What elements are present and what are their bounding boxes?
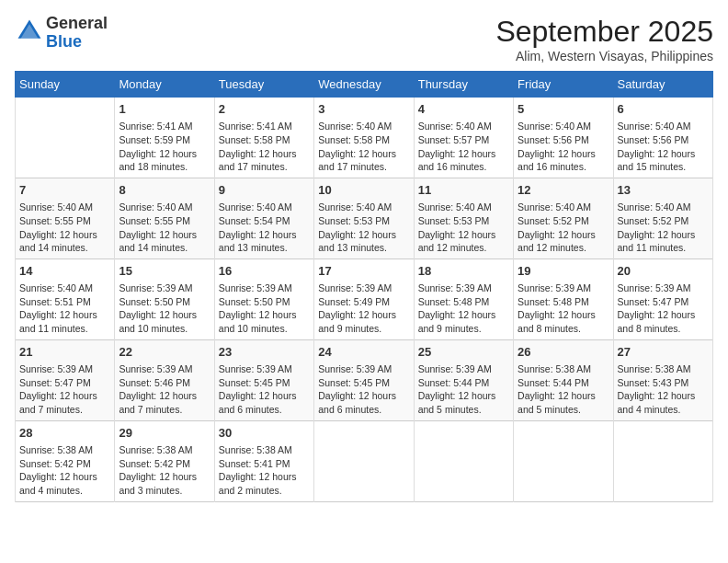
day-number: 25 [418, 344, 509, 361]
calendar-cell: 13Sunrise: 5:40 AM Sunset: 5:52 PM Dayli… [613, 178, 712, 259]
day-number: 14 [19, 263, 110, 280]
weekday-thursday: Thursday [414, 72, 513, 98]
day-number: 23 [219, 344, 310, 361]
day-info: Sunrise: 5:40 AM Sunset: 5:57 PM Dayligh… [418, 120, 509, 174]
calendar-cell: 5Sunrise: 5:40 AM Sunset: 5:56 PM Daylig… [514, 98, 613, 178]
day-number: 21 [19, 344, 110, 361]
day-number: 13 [618, 182, 709, 199]
day-info: Sunrise: 5:40 AM Sunset: 5:54 PM Dayligh… [219, 201, 310, 255]
calendar-cell: 23Sunrise: 5:39 AM Sunset: 5:45 PM Dayli… [214, 339, 313, 420]
day-info: Sunrise: 5:39 AM Sunset: 5:48 PM Dayligh… [418, 282, 509, 336]
calendar-cell: 14Sunrise: 5:40 AM Sunset: 5:51 PM Dayli… [16, 259, 115, 339]
day-number: 7 [19, 182, 110, 199]
calendar-cell [16, 98, 115, 178]
logo-icon [17, 18, 42, 44]
day-info: Sunrise: 5:40 AM Sunset: 5:51 PM Dayligh… [19, 282, 110, 336]
day-info: Sunrise: 5:40 AM Sunset: 5:53 PM Dayligh… [418, 201, 509, 255]
logo-text: General Blue [46, 15, 108, 52]
calendar-cell: 21Sunrise: 5:39 AM Sunset: 5:47 PM Dayli… [16, 339, 115, 420]
weekday-friday: Friday [514, 72, 613, 98]
day-info: Sunrise: 5:39 AM Sunset: 5:46 PM Dayligh… [119, 362, 210, 417]
day-number: 5 [518, 101, 609, 118]
calendar-table: SundayMondayTuesdayWednesdayThursdayFrid… [15, 71, 713, 502]
day-number: 17 [318, 263, 409, 280]
calendar-cell: 6Sunrise: 5:40 AM Sunset: 5:56 PM Daylig… [613, 98, 712, 178]
weekday-monday: Monday [115, 72, 214, 98]
month-title: September 2025 [495, 15, 713, 49]
calendar-cell: 12Sunrise: 5:40 AM Sunset: 5:52 PM Dayli… [514, 178, 613, 259]
day-info: Sunrise: 5:39 AM Sunset: 5:45 PM Dayligh… [318, 362, 409, 417]
day-number: 3 [318, 101, 409, 118]
calendar-cell: 22Sunrise: 5:39 AM Sunset: 5:46 PM Dayli… [115, 339, 214, 420]
calendar-cell: 28Sunrise: 5:38 AM Sunset: 5:42 PM Dayli… [16, 420, 115, 501]
calendar-cell: 25Sunrise: 5:39 AM Sunset: 5:44 PM Dayli… [414, 339, 513, 420]
day-number: 2 [219, 101, 310, 118]
day-number: 16 [219, 263, 310, 280]
day-number: 11 [418, 182, 509, 199]
calendar-cell: 29Sunrise: 5:38 AM Sunset: 5:42 PM Dayli… [115, 420, 214, 501]
day-info: Sunrise: 5:39 AM Sunset: 5:50 PM Dayligh… [219, 282, 310, 336]
calendar-cell [613, 420, 712, 501]
day-info: Sunrise: 5:40 AM Sunset: 5:55 PM Dayligh… [119, 201, 210, 255]
day-info: Sunrise: 5:39 AM Sunset: 5:49 PM Dayligh… [318, 282, 409, 336]
calendar-cell [314, 420, 414, 501]
day-info: Sunrise: 5:39 AM Sunset: 5:47 PM Dayligh… [618, 282, 709, 336]
calendar-week-5: 28Sunrise: 5:38 AM Sunset: 5:42 PM Dayli… [16, 420, 713, 501]
title-block: September 2025 Alim, Western Visayas, Ph… [495, 15, 713, 63]
calendar-cell: 1Sunrise: 5:41 AM Sunset: 5:59 PM Daylig… [115, 98, 214, 178]
day-info: Sunrise: 5:41 AM Sunset: 5:58 PM Dayligh… [219, 120, 310, 174]
calendar-cell: 18Sunrise: 5:39 AM Sunset: 5:48 PM Dayli… [414, 259, 513, 339]
day-number: 20 [618, 263, 709, 280]
calendar-cell: 4Sunrise: 5:40 AM Sunset: 5:57 PM Daylig… [414, 98, 513, 178]
day-info: Sunrise: 5:40 AM Sunset: 5:52 PM Dayligh… [618, 201, 709, 255]
calendar-cell: 16Sunrise: 5:39 AM Sunset: 5:50 PM Dayli… [214, 259, 313, 339]
day-number: 6 [618, 101, 709, 118]
calendar-cell: 11Sunrise: 5:40 AM Sunset: 5:53 PM Dayli… [414, 178, 513, 259]
day-number: 26 [518, 344, 609, 361]
day-info: Sunrise: 5:39 AM Sunset: 5:48 PM Dayligh… [518, 282, 609, 336]
day-number: 28 [19, 425, 110, 442]
day-number: 9 [219, 182, 310, 199]
day-number: 22 [119, 344, 210, 361]
day-number: 8 [119, 182, 210, 199]
day-info: Sunrise: 5:38 AM Sunset: 5:42 PM Dayligh… [119, 443, 210, 498]
day-number: 30 [219, 425, 310, 442]
day-number: 27 [618, 344, 709, 361]
day-info: Sunrise: 5:40 AM Sunset: 5:53 PM Dayligh… [318, 201, 409, 255]
day-info: Sunrise: 5:40 AM Sunset: 5:55 PM Dayligh… [19, 201, 110, 255]
day-number: 24 [318, 344, 409, 361]
day-info: Sunrise: 5:40 AM Sunset: 5:56 PM Dayligh… [518, 120, 609, 174]
day-number: 12 [518, 182, 609, 199]
day-number: 1 [119, 101, 210, 118]
weekday-saturday: Saturday [613, 72, 712, 98]
calendar-cell: 10Sunrise: 5:40 AM Sunset: 5:53 PM Dayli… [314, 178, 414, 259]
calendar-cell: 15Sunrise: 5:39 AM Sunset: 5:50 PM Dayli… [115, 259, 214, 339]
day-info: Sunrise: 5:38 AM Sunset: 5:41 PM Dayligh… [219, 443, 310, 498]
calendar-cell: 19Sunrise: 5:39 AM Sunset: 5:48 PM Dayli… [514, 259, 613, 339]
calendar-week-1: 1Sunrise: 5:41 AM Sunset: 5:59 PM Daylig… [16, 98, 713, 178]
calendar-cell: 30Sunrise: 5:38 AM Sunset: 5:41 PM Dayli… [214, 420, 313, 501]
weekday-sunday: Sunday [16, 72, 115, 98]
calendar-cell: 3Sunrise: 5:40 AM Sunset: 5:58 PM Daylig… [314, 98, 414, 178]
day-info: Sunrise: 5:39 AM Sunset: 5:47 PM Dayligh… [19, 362, 110, 417]
calendar-cell: 8Sunrise: 5:40 AM Sunset: 5:55 PM Daylig… [115, 178, 214, 259]
calendar-cell: 7Sunrise: 5:40 AM Sunset: 5:55 PM Daylig… [16, 178, 115, 259]
calendar-week-3: 14Sunrise: 5:40 AM Sunset: 5:51 PM Dayli… [16, 259, 713, 339]
calendar-week-2: 7Sunrise: 5:40 AM Sunset: 5:55 PM Daylig… [16, 178, 713, 259]
location: Alim, Western Visayas, Philippines [495, 49, 713, 63]
calendar-cell [414, 420, 513, 501]
day-info: Sunrise: 5:38 AM Sunset: 5:44 PM Dayligh… [518, 362, 609, 417]
day-info: Sunrise: 5:39 AM Sunset: 5:44 PM Dayligh… [418, 362, 509, 417]
calendar-cell: 26Sunrise: 5:38 AM Sunset: 5:44 PM Dayli… [514, 339, 613, 420]
calendar-cell: 24Sunrise: 5:39 AM Sunset: 5:45 PM Dayli… [314, 339, 414, 420]
calendar-cell: 17Sunrise: 5:39 AM Sunset: 5:49 PM Dayli… [314, 259, 414, 339]
day-number: 19 [518, 263, 609, 280]
logo: General Blue [15, 15, 108, 52]
weekday-tuesday: Tuesday [214, 72, 313, 98]
calendar-week-4: 21Sunrise: 5:39 AM Sunset: 5:47 PM Dayli… [16, 339, 713, 420]
weekday-header-row: SundayMondayTuesdayWednesdayThursdayFrid… [16, 72, 713, 98]
day-info: Sunrise: 5:40 AM Sunset: 5:58 PM Dayligh… [318, 120, 409, 174]
day-info: Sunrise: 5:40 AM Sunset: 5:52 PM Dayligh… [518, 201, 609, 255]
weekday-wednesday: Wednesday [314, 72, 414, 98]
day-info: Sunrise: 5:39 AM Sunset: 5:45 PM Dayligh… [219, 362, 310, 417]
